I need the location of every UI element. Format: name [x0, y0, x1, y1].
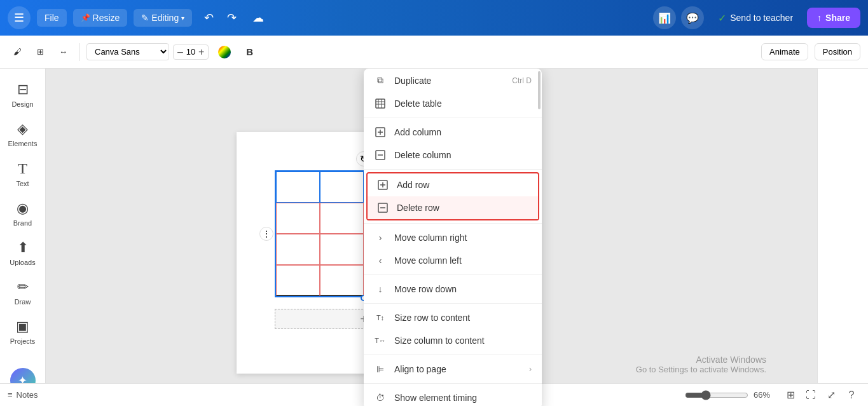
sidebar-label-elements: Elements: [8, 140, 38, 147]
cloud-save-button[interactable]: ☁: [248, 8, 268, 28]
undo-button[interactable]: ↶: [198, 8, 219, 28]
menu-item-add-column[interactable]: Add column: [364, 121, 542, 144]
animate-button[interactable]: Animate: [761, 43, 808, 60]
menu-item-move-row-down[interactable]: ↓ Move row down: [364, 278, 542, 301]
windows-watermark: Activate Windows Go to Settings to activ…: [636, 355, 766, 374]
hamburger-icon: ☰: [14, 11, 24, 25]
file-label: File: [45, 13, 59, 23]
menu-item-align-page[interactable]: ⊫ Align to page ›: [364, 358, 542, 381]
table-cell[interactable]: [320, 265, 364, 296]
resize-label: Resize: [93, 13, 120, 23]
editing-button[interactable]: ✎ Editing ▾: [134, 9, 192, 27]
column-width-button[interactable]: ↔: [53, 44, 73, 60]
menu-item-show-timing[interactable]: ⏱ Show element timing: [364, 386, 542, 406]
canvas-area[interactable]: ↻ ⋮: [46, 69, 817, 406]
cloud-icon: ☁: [252, 11, 264, 25]
zoom-controls: 66% ⊞ ⛶ ⤢ ?: [685, 386, 860, 404]
context-menu: ⧉ Duplicate Ctrl D Delete table: [364, 69, 542, 406]
menu-item-delete-row[interactable]: Delete row: [368, 196, 538, 219]
color-picker-button[interactable]: [212, 43, 237, 62]
font-family-select[interactable]: Canva Sans: [86, 43, 169, 60]
align-icon: ⊫: [374, 364, 387, 374]
menu-button[interactable]: ☰: [8, 6, 31, 29]
share-button[interactable]: ↑ Share: [807, 8, 860, 28]
menu-item-delete-column[interactable]: Delete column: [364, 144, 542, 166]
font-size-value: 10: [184, 47, 197, 57]
resize-button[interactable]: 📌 Resize: [73, 9, 128, 27]
table-cell[interactable]: [320, 203, 364, 234]
color-swatch-icon: [218, 46, 231, 58]
text-icon: T: [18, 160, 27, 177]
fullscreen-button[interactable]: ⤢: [822, 386, 840, 404]
grid-view-button[interactable]: ⊞: [782, 386, 799, 404]
uploads-icon: ⬆: [17, 240, 29, 256]
sidebar-item-draw[interactable]: ✏ Draw: [4, 274, 42, 311]
menu-item-size-row-content[interactable]: T↕ Size row to content: [364, 306, 542, 329]
draw-icon: ✏: [17, 279, 29, 295]
zoom-slider[interactable]: [685, 390, 748, 400]
highlighted-group: Add row Delete row: [366, 172, 539, 220]
menu-item-add-row[interactable]: Add row: [368, 173, 538, 196]
menu-item-delete-table[interactable]: Delete table: [364, 92, 542, 115]
sidebar-item-design[interactable]: ⊟ Design: [4, 76, 42, 113]
notes-icon: ≡: [8, 390, 13, 400]
topbar-left: ☰ File 📌 Resize ✎ Editing ▾ ↶ ↷ ☁: [8, 6, 648, 29]
redo-button[interactable]: ↷: [221, 8, 242, 28]
menu-item-move-col-left[interactable]: ‹ Move column left: [364, 249, 542, 272]
sidebar-item-elements[interactable]: ◈ Elements: [4, 116, 42, 152]
chat-button[interactable]: 💬: [681, 6, 704, 29]
table-cell[interactable]: [320, 234, 364, 265]
pencil-icon: ✎: [141, 13, 149, 23]
add-row-icon: [376, 180, 389, 190]
arrow-right-icon: ›: [529, 365, 532, 374]
zoom-percentage: 66%: [754, 390, 776, 400]
size-row-icon: T↕: [374, 314, 387, 321]
undo-redo-group: ↶ ↷: [198, 8, 242, 28]
view-buttons: ⊞ ⛶ ⤢ ?: [782, 386, 860, 404]
check-circle-icon: ✓: [718, 12, 726, 24]
chat-icon: 💬: [686, 12, 699, 24]
menu-item-size-col-content[interactable]: T↔ Size column to content: [364, 329, 542, 352]
menu-item-duplicate[interactable]: ⧉ Duplicate Ctrl D: [364, 69, 542, 92]
sidebar-item-uploads[interactable]: ⬆ Uploads: [4, 234, 42, 271]
share-label: Share: [825, 13, 850, 23]
notes-button[interactable]: ≡ Notes: [8, 390, 38, 400]
undo-icon: ↶: [204, 11, 214, 25]
sidebar-label-text: Text: [16, 180, 29, 187]
brush-button[interactable]: 🖌: [8, 44, 27, 60]
table-cell[interactable]: [320, 172, 364, 203]
font-size-increase-button[interactable]: +: [198, 46, 204, 58]
table-cell[interactable]: [276, 234, 320, 265]
chevron-down-icon: ▾: [181, 15, 184, 22]
bold-button[interactable]: B: [240, 43, 259, 60]
table-icon-button[interactable]: ⊞: [31, 44, 50, 60]
position-button[interactable]: Position: [815, 43, 860, 60]
delete-table-icon: [374, 98, 387, 109]
fit-view-button[interactable]: ⛶: [802, 386, 820, 404]
font-size-decrease-button[interactable]: –: [177, 46, 183, 58]
formatting-toolbar: 🖌 ⊞ ↔ Canva Sans – 10 + B Animate Positi…: [0, 36, 868, 69]
analytics-icon: 📊: [658, 12, 671, 24]
table-cell[interactable]: [276, 172, 320, 203]
help-button[interactable]: ?: [843, 386, 860, 404]
plus-icon: +: [198, 46, 204, 57]
analytics-button[interactable]: 📊: [653, 6, 676, 29]
minus-icon: –: [177, 46, 183, 57]
sidebar-label-brand: Brand: [13, 219, 32, 227]
file-button[interactable]: File: [37, 9, 67, 27]
sidebar-item-brand[interactable]: ◉ Brand: [4, 195, 42, 232]
menu-label-delete-table: Delete table: [394, 98, 532, 109]
main-area: ⊟ Design ◈ Elements T Text ◉ Brand ⬆ Upl…: [0, 69, 868, 406]
send-teacher-label: Send to teacher: [730, 13, 793, 23]
duplicate-icon: ⧉: [374, 75, 387, 86]
table-cell[interactable]: [276, 265, 320, 296]
table-cell[interactable]: [276, 203, 320, 234]
send-to-teacher-button[interactable]: ✓ Send to teacher: [709, 8, 802, 28]
topbar-right: 📊 💬 ✓ Send to teacher ↑ Share: [653, 6, 860, 29]
menu-item-move-col-right[interactable]: › Move column right: [364, 226, 542, 249]
move-col-right-icon: ›: [374, 233, 387, 243]
sidebar-item-projects[interactable]: ▣ Projects: [4, 313, 42, 350]
more-options-button[interactable]: ⋮: [259, 227, 273, 241]
sidebar-item-text[interactable]: T Text: [4, 155, 42, 193]
menu-label-align-page: Align to page: [394, 364, 521, 374]
